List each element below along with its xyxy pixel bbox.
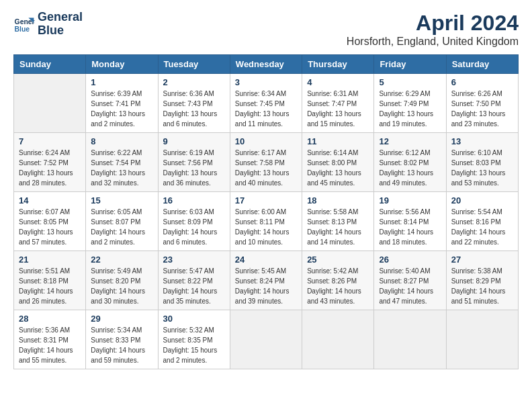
day-number: 2 bbox=[163, 77, 225, 87]
calendar-cell: 22Sunrise: 5:49 AMSunset: 8:20 PMDayligh… bbox=[86, 251, 158, 310]
day-info: Sunrise: 5:47 AMSunset: 8:22 PMDaylight:… bbox=[163, 266, 225, 306]
day-info: Sunrise: 5:36 AMSunset: 8:31 PMDaylight:… bbox=[19, 325, 81, 365]
day-number: 7 bbox=[19, 136, 81, 146]
calendar-cell: 29Sunrise: 5:34 AMSunset: 8:33 PMDayligh… bbox=[86, 310, 158, 369]
weekday-header-tuesday: Tuesday bbox=[158, 55, 230, 74]
day-number: 8 bbox=[91, 136, 152, 146]
week-row-4: 28Sunrise: 5:36 AMSunset: 8:31 PMDayligh… bbox=[14, 310, 519, 369]
calendar-cell: 7Sunrise: 6:24 AMSunset: 7:52 PMDaylight… bbox=[14, 133, 86, 192]
day-info: Sunrise: 5:40 AMSunset: 8:27 PMDaylight:… bbox=[379, 266, 441, 306]
day-number: 14 bbox=[19, 195, 81, 205]
day-info: Sunrise: 6:26 AMSunset: 7:50 PMDaylight:… bbox=[451, 89, 513, 129]
day-number: 25 bbox=[307, 255, 369, 265]
day-info: Sunrise: 6:05 AMSunset: 8:07 PMDaylight:… bbox=[91, 207, 152, 247]
day-info: Sunrise: 6:12 AMSunset: 8:02 PMDaylight:… bbox=[379, 148, 441, 188]
day-info: Sunrise: 6:03 AMSunset: 8:09 PMDaylight:… bbox=[163, 207, 225, 247]
day-number: 11 bbox=[307, 136, 369, 146]
calendar-cell: 13Sunrise: 6:10 AMSunset: 8:03 PMDayligh… bbox=[446, 133, 518, 192]
day-number: 18 bbox=[307, 195, 369, 205]
day-info: Sunrise: 6:17 AMSunset: 7:58 PMDaylight:… bbox=[235, 148, 297, 188]
day-number: 15 bbox=[91, 195, 152, 205]
day-info: Sunrise: 6:36 AMSunset: 7:43 PMDaylight:… bbox=[163, 89, 225, 129]
week-row-0: 1Sunrise: 6:39 AMSunset: 7:41 PMDaylight… bbox=[14, 74, 519, 133]
day-info: Sunrise: 5:51 AMSunset: 8:18 PMDaylight:… bbox=[19, 266, 81, 306]
day-info: Sunrise: 6:10 AMSunset: 8:03 PMDaylight:… bbox=[451, 148, 513, 188]
day-number: 13 bbox=[451, 136, 513, 146]
calendar-cell: 3Sunrise: 6:34 AMSunset: 7:45 PMDaylight… bbox=[230, 74, 302, 133]
day-number: 23 bbox=[163, 255, 225, 265]
day-info: Sunrise: 5:34 AMSunset: 8:33 PMDaylight:… bbox=[91, 325, 152, 365]
day-info: Sunrise: 5:42 AMSunset: 8:26 PMDaylight:… bbox=[307, 266, 369, 306]
day-number: 3 bbox=[235, 77, 297, 87]
calendar-cell: 2Sunrise: 6:36 AMSunset: 7:43 PMDaylight… bbox=[158, 74, 230, 133]
calendar-cell: 12Sunrise: 6:12 AMSunset: 8:02 PMDayligh… bbox=[374, 133, 446, 192]
calendar-cell: 6Sunrise: 6:26 AMSunset: 7:50 PMDaylight… bbox=[446, 74, 518, 133]
calendar-cell: 27Sunrise: 5:38 AMSunset: 8:29 PMDayligh… bbox=[446, 251, 518, 310]
calendar-cell: 30Sunrise: 5:32 AMSunset: 8:35 PMDayligh… bbox=[158, 310, 230, 369]
weekday-header-wednesday: Wednesday bbox=[230, 55, 302, 74]
day-number: 6 bbox=[451, 77, 513, 87]
calendar-cell bbox=[14, 74, 86, 133]
week-row-1: 7Sunrise: 6:24 AMSunset: 7:52 PMDaylight… bbox=[14, 133, 519, 192]
weekday-header-thursday: Thursday bbox=[302, 55, 374, 74]
calendar-cell: 24Sunrise: 5:45 AMSunset: 8:24 PMDayligh… bbox=[230, 251, 302, 310]
day-info: Sunrise: 5:45 AMSunset: 8:24 PMDaylight:… bbox=[235, 266, 297, 306]
calendar-cell: 16Sunrise: 6:03 AMSunset: 8:09 PMDayligh… bbox=[158, 192, 230, 251]
calendar-subtitle: Horsforth, England, United Kingdom bbox=[347, 36, 519, 48]
calendar-table: SundayMondayTuesdayWednesdayThursdayFrid… bbox=[13, 54, 519, 369]
day-info: Sunrise: 5:56 AMSunset: 8:14 PMDaylight:… bbox=[379, 207, 441, 247]
day-info: Sunrise: 5:54 AMSunset: 8:16 PMDaylight:… bbox=[451, 207, 513, 247]
day-info: Sunrise: 6:14 AMSunset: 8:00 PMDaylight:… bbox=[307, 148, 369, 188]
logo: General Blue General Blue bbox=[13, 11, 83, 38]
day-number: 1 bbox=[91, 77, 152, 87]
day-number: 12 bbox=[379, 136, 441, 146]
day-info: Sunrise: 6:07 AMSunset: 8:05 PMDaylight:… bbox=[19, 207, 81, 247]
day-info: Sunrise: 6:19 AMSunset: 7:56 PMDaylight:… bbox=[163, 148, 225, 188]
logo-icon: General Blue bbox=[13, 13, 35, 35]
weekday-header-monday: Monday bbox=[86, 55, 158, 74]
day-info: Sunrise: 6:24 AMSunset: 7:52 PMDaylight:… bbox=[19, 148, 81, 188]
calendar-cell bbox=[446, 310, 518, 369]
day-number: 29 bbox=[91, 314, 152, 324]
day-info: Sunrise: 6:22 AMSunset: 7:54 PMDaylight:… bbox=[91, 148, 152, 188]
day-number: 5 bbox=[379, 77, 441, 87]
calendar-cell: 11Sunrise: 6:14 AMSunset: 8:00 PMDayligh… bbox=[302, 133, 374, 192]
day-number: 24 bbox=[235, 255, 297, 265]
week-row-2: 14Sunrise: 6:07 AMSunset: 8:05 PMDayligh… bbox=[14, 192, 519, 251]
day-number: 30 bbox=[163, 314, 225, 324]
day-number: 28 bbox=[19, 314, 81, 324]
calendar-cell: 25Sunrise: 5:42 AMSunset: 8:26 PMDayligh… bbox=[302, 251, 374, 310]
day-number: 27 bbox=[451, 255, 513, 265]
weekday-header-sunday: Sunday bbox=[14, 55, 86, 74]
calendar-cell bbox=[302, 310, 374, 369]
day-number: 10 bbox=[235, 136, 297, 146]
day-number: 4 bbox=[307, 77, 369, 87]
day-number: 17 bbox=[235, 195, 297, 205]
day-info: Sunrise: 5:58 AMSunset: 8:13 PMDaylight:… bbox=[307, 207, 369, 247]
day-number: 21 bbox=[19, 255, 81, 265]
weekday-header-saturday: Saturday bbox=[446, 55, 518, 74]
calendar-cell: 9Sunrise: 6:19 AMSunset: 7:56 PMDaylight… bbox=[158, 133, 230, 192]
day-info: Sunrise: 5:38 AMSunset: 8:29 PMDaylight:… bbox=[451, 266, 513, 306]
calendar-cell bbox=[374, 310, 446, 369]
calendar-cell: 1Sunrise: 6:39 AMSunset: 7:41 PMDaylight… bbox=[86, 74, 158, 133]
day-info: Sunrise: 6:00 AMSunset: 8:11 PMDaylight:… bbox=[235, 207, 297, 247]
weekday-header-friday: Friday bbox=[374, 55, 446, 74]
day-number: 9 bbox=[163, 136, 225, 146]
day-number: 26 bbox=[379, 255, 441, 265]
header: General Blue General Blue April 2024 Hor… bbox=[13, 11, 519, 48]
day-info: Sunrise: 6:29 AMSunset: 7:49 PMDaylight:… bbox=[379, 89, 441, 129]
day-number: 19 bbox=[379, 195, 441, 205]
logo-text: General Blue bbox=[38, 11, 83, 38]
calendar-cell: 14Sunrise: 6:07 AMSunset: 8:05 PMDayligh… bbox=[14, 192, 86, 251]
calendar-cell: 15Sunrise: 6:05 AMSunset: 8:07 PMDayligh… bbox=[86, 192, 158, 251]
calendar-cell: 17Sunrise: 6:00 AMSunset: 8:11 PMDayligh… bbox=[230, 192, 302, 251]
svg-text:Blue: Blue bbox=[15, 26, 30, 33]
day-info: Sunrise: 6:34 AMSunset: 7:45 PMDaylight:… bbox=[235, 89, 297, 129]
day-number: 16 bbox=[163, 195, 225, 205]
weekday-header-row: SundayMondayTuesdayWednesdayThursdayFrid… bbox=[14, 55, 519, 74]
day-info: Sunrise: 5:49 AMSunset: 8:20 PMDaylight:… bbox=[91, 266, 152, 306]
calendar-cell: 4Sunrise: 6:31 AMSunset: 7:47 PMDaylight… bbox=[302, 74, 374, 133]
calendar-cell: 21Sunrise: 5:51 AMSunset: 8:18 PMDayligh… bbox=[14, 251, 86, 310]
day-info: Sunrise: 5:32 AMSunset: 8:35 PMDaylight:… bbox=[163, 325, 225, 365]
